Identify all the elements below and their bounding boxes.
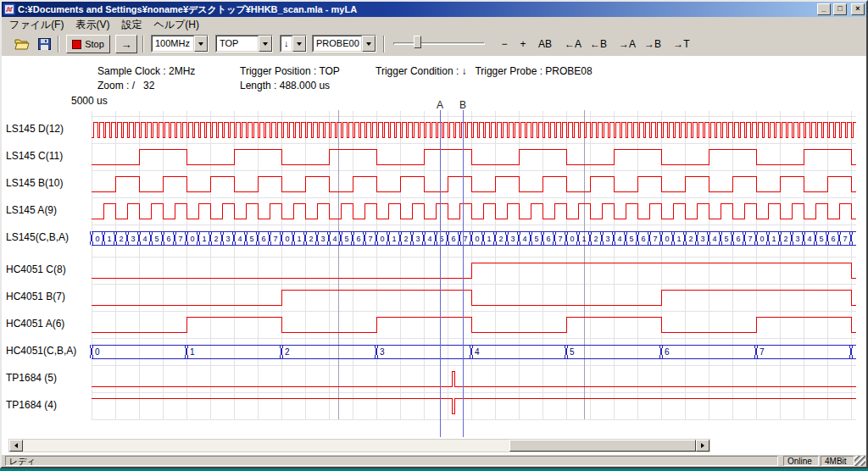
- scroll-right-icon: [701, 443, 704, 448]
- menu-view[interactable]: 表示(V): [70, 17, 115, 33]
- status-online: Online: [783, 456, 819, 466]
- run-button[interactable]: →: [115, 35, 137, 53]
- clock-select[interactable]: 100MHz: [151, 35, 209, 53]
- cursor-b-label[interactable]: B: [459, 99, 466, 111]
- wave-tp1684-4-: [92, 398, 856, 413]
- trigger-probe-dropdown[interactable]: [362, 36, 376, 52]
- scroll-left-button[interactable]: [9, 440, 23, 452]
- bus-value: 0: [475, 235, 479, 243]
- bus-value: 4: [332, 235, 337, 243]
- scroll-right-button[interactable]: [696, 440, 709, 452]
- menu-settings[interactable]: 設定: [115, 17, 147, 33]
- bus-value: 6: [546, 235, 550, 243]
- bus-value: 4: [807, 235, 811, 243]
- bus-value: 6: [356, 235, 360, 243]
- toolbar-separator: [383, 36, 385, 53]
- zoom-info: Zoom : / 32: [97, 80, 154, 91]
- chevron-down-icon: [263, 42, 268, 46]
- bus-value: 7: [178, 235, 182, 243]
- ab-span-button[interactable]: AB: [534, 35, 556, 53]
- bus-value: 7: [558, 235, 562, 243]
- bus-value: 4: [712, 235, 716, 243]
- bus-value: 7: [760, 347, 765, 357]
- wave-hc4051-c-8-: [92, 263, 856, 278]
- bus-value: 1: [487, 235, 491, 243]
- menu-bar: ファイル(F) 表示(V) 設定 ヘルプ(H): [2, 17, 866, 32]
- bus-value: 5: [344, 235, 348, 243]
- open-file-button[interactable]: [12, 35, 32, 53]
- trigger-position-dropdown[interactable]: [259, 36, 272, 52]
- toolbar-separator: [58, 36, 59, 53]
- maximize-button[interactable]: □: [833, 3, 847, 15]
- wave-hc4051-b-7-: [92, 290, 856, 305]
- title-bar[interactable]: C:¥Documents and Settings¥noname¥デスクトップ¥…: [2, 2, 866, 17]
- status-ready: レディ: [5, 456, 778, 466]
- resize-grip[interactable]: [854, 456, 865, 466]
- bus-value: 3: [131, 235, 135, 243]
- status-bar: レディ Online 4MBit: [2, 455, 866, 467]
- close-button[interactable]: ×: [851, 3, 865, 15]
- bus-value: 7: [653, 235, 657, 243]
- trigger-position-value: TOP: [216, 36, 259, 52]
- bus-value: 2: [403, 235, 408, 243]
- bus-value: 2: [593, 235, 598, 243]
- bus-value: 2: [498, 235, 503, 243]
- cursor-label-row: AB: [0, 99, 868, 111]
- zoom-slider[interactable]: [393, 42, 485, 45]
- open-folder-icon: [14, 38, 30, 50]
- goto-trigger-button[interactable]: →T: [670, 35, 693, 53]
- bus-value: 5: [534, 235, 538, 243]
- chevron-down-icon: [366, 42, 371, 46]
- length-info: Length : 488.000 us: [240, 80, 330, 91]
- trigger-edge-value: ↓: [281, 36, 292, 52]
- horizontal-scrollbar[interactable]: [8, 439, 710, 452]
- bus-value: 6: [831, 235, 835, 243]
- bus-value: 4: [237, 235, 242, 243]
- goto-cursor-b-button[interactable]: ←B: [587, 35, 610, 53]
- bus-value: 0: [190, 235, 194, 243]
- trigger-edge-dropdown[interactable]: [292, 36, 306, 52]
- wave-ls145-b-10-: [92, 176, 856, 191]
- trigger-edge-select[interactable]: ↓: [280, 35, 307, 53]
- scrollbar-thumb[interactable]: [509, 440, 696, 452]
- save-button[interactable]: [34, 35, 54, 53]
- clock-select-dropdown[interactable]: [194, 36, 208, 52]
- set-cursor-a-button[interactable]: →A: [615, 35, 639, 53]
- chevron-down-icon: [297, 42, 302, 46]
- zoom-out-button[interactable]: −: [497, 35, 512, 53]
- menu-help[interactable]: ヘルプ(H): [147, 17, 205, 33]
- scroll-left-icon: [14, 443, 18, 448]
- trigger-position-select[interactable]: TOP: [215, 35, 273, 53]
- bus-value: 7: [463, 235, 467, 243]
- trigger-position-info: Trigger Position : TOP: [240, 65, 340, 77]
- bus-value: 1: [190, 347, 195, 357]
- bus-value: 0: [95, 235, 99, 243]
- bus-value: 3: [225, 235, 230, 243]
- bus-value: 2: [285, 347, 290, 357]
- bus-value: 3: [795, 235, 799, 243]
- goto-cursor-a-button[interactable]: ←A: [561, 35, 585, 53]
- minimize-button[interactable]: _: [817, 3, 831, 15]
- app-icon: [3, 3, 15, 15]
- sample-clock-info: Sample Clock : 2MHz: [97, 65, 195, 77]
- bus-value: 0: [285, 235, 289, 243]
- bus-value: 1: [297, 235, 301, 243]
- bus-value: 7: [843, 235, 847, 243]
- menu-file[interactable]: ファイル(F): [3, 17, 70, 33]
- bus-value: 1: [392, 235, 396, 243]
- stop-button[interactable]: Stop: [66, 35, 110, 53]
- trigger-probe-select[interactable]: PROBE00: [312, 35, 376, 53]
- zoom-slider-thumb[interactable]: [414, 36, 421, 48]
- waveform-canvas[interactable]: 0123456701234567012345670123456701234567…: [0, 110, 868, 441]
- stop-button-label: Stop: [85, 39, 104, 49]
- zoom-in-button[interactable]: +: [515, 35, 531, 53]
- set-cursor-b-button[interactable]: →B: [641, 35, 665, 53]
- floppy-disk-icon: [38, 38, 51, 50]
- wave-ls145-c-11-: [92, 149, 856, 164]
- bus-value: 2: [688, 235, 693, 243]
- bus-value: 3: [510, 235, 515, 243]
- bus-value: 5: [570, 347, 575, 357]
- toolbar: Stop → 100MHz TOP ↓ PROBE00 − + AB ←A ←B…: [2, 32, 866, 56]
- bus-value: 2: [214, 235, 218, 243]
- cursor-a-label[interactable]: A: [437, 99, 443, 111]
